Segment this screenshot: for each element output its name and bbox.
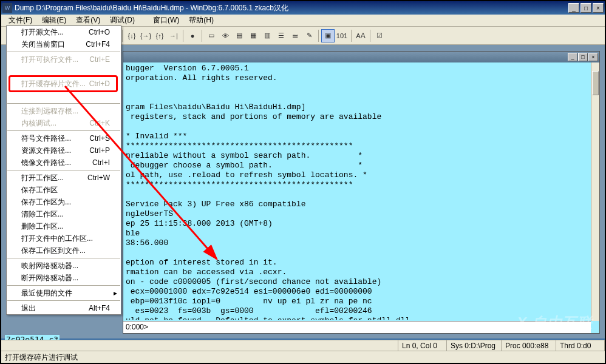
menu-item[interactable]: 清除工作区... [7,208,121,220]
tool-runto-icon[interactable]: →| [167,29,180,42]
window-title: Dump D:\Program Files\baidu\Baidu Hi\Bai… [15,3,568,13]
status-cell-ln: Ln 0, Col 0 [398,340,447,351]
app-icon: W [2,3,12,13]
command-prompt: 0:000> [126,323,148,331]
menu-bar: 文件(F) 编辑(E) 查看(V) 调试(D) 窗口(W) 帮助(H) [1,15,605,27]
file-menu-dropdown: 打开源文件...Ctrl+O关闭当前窗口Ctrl+F4打开可执行文件...Ctr… [6,25,121,315]
menu-item[interactable]: 镜像文件路径...Ctrl+I [7,157,121,169]
status-cell-proc: Proc 000:e88 [502,340,556,351]
menu-item[interactable]: 保存工作区为... [7,196,121,208]
status-cell-0 [1,340,398,351]
menu-view[interactable]: 查看(V) [71,14,105,27]
menu-item[interactable]: 断开网络驱动器... [7,272,121,284]
tool-stepover-icon[interactable]: {→} [139,29,152,42]
tool-scratch-icon[interactable]: ✎ [302,29,316,42]
tool-callstack-icon[interactable]: ☰ [274,29,288,42]
command-window: _ □ × bugger Version 6.7.0005.1 orporati… [123,51,600,334]
menu-item[interactable]: 映射网络驱动器... [7,260,121,272]
tool-locals-icon[interactable]: ▤ [233,29,246,42]
tool-options-icon[interactable]: ☑ [373,29,386,42]
menu-item[interactable]: 打开源文件...Ctrl+O [7,26,121,38]
maximize-button[interactable]: □ [580,3,591,13]
tool-stepout-icon[interactable]: {↑} [153,29,166,42]
menu-item: 连接到远程存根... [7,105,121,117]
menu-item[interactable]: 最近使用的文件▸ [7,287,121,299]
menu-item [7,90,121,102]
watermark: X 自由互联 [517,313,593,332]
tool-breakpoint-icon[interactable]: ● [186,29,199,42]
status-cell-sys: Sys 0:D:\Prog [447,340,502,351]
menu-item[interactable]: 保存工作区到文件... [7,244,121,257]
cmdwin-max-icon[interactable]: □ [578,53,588,61]
tool-font-icon[interactable]: AA [354,29,367,42]
scrollbar-thumb[interactable] [592,71,599,95]
menu-item[interactable]: 关闭当前窗口Ctrl+F4 [7,38,121,50]
menu-window[interactable]: 窗口(W) [148,14,184,27]
tool-memory-icon[interactable]: ▥ [260,29,274,42]
menu-item [7,66,121,78]
menu-item[interactable]: 打开工作区...Ctrl+W [7,172,121,184]
tool-watch-icon[interactable]: 👁 [219,29,232,42]
scrollbar-vertical[interactable] [591,62,599,321]
menu-item[interactable]: 退出Alt+F4 [7,302,121,314]
title-bar: W Dump D:\Program Files\baidu\Baidu Hi\B… [1,1,605,15]
status-cell-thrd: Thrd 0:d0 [556,340,605,351]
menu-file[interactable]: 文件(F) [4,14,37,27]
status-bar: Ln 0, Col 0 Sys 0:D:\Prog Proc 000:e88 T… [1,340,605,363]
tool-source-icon[interactable]: ▣ [321,29,335,42]
tool-disasm-icon[interactable]: ⩸ [288,29,302,42]
tool-binary-icon[interactable]: 101 [335,29,349,42]
menu-edit[interactable]: 编辑(E) [37,14,71,27]
menu-debug[interactable]: 调试(D) [105,14,140,27]
tool-stepinto-icon[interactable]: {↓} [125,29,138,42]
menu-item: 内核调试...Ctrl+K [7,117,121,129]
menu-item[interactable]: 资源文件路径...Ctrl+P [7,144,121,157]
menu-help[interactable]: 帮助(H) [184,14,219,27]
window-controls: _ □ × [568,3,604,13]
menu-item: 打开可执行文件...Ctrl+E [7,53,121,66]
menu-item[interactable]: 打开文件中的工作区... [7,232,121,244]
tool-registers-icon[interactable]: ▦ [247,29,260,42]
tool-command-icon[interactable]: ▭ [205,29,218,42]
command-output[interactable]: bugger Version 6.7.0005.1 orporation. Al… [123,62,591,320]
minimize-button[interactable]: _ [568,3,579,13]
menu-item[interactable]: 保存工作区 [7,184,121,196]
menu-item[interactable]: 符号文件路径...Ctrl+S [7,132,121,144]
menu-item[interactable]: 删除工作区... [7,220,121,232]
close-button[interactable]: × [593,3,604,13]
command-window-header: _ □ × [123,52,599,62]
status-hint: 打开缓存碎片进行调试 [1,351,605,363]
cmdwin-min-icon[interactable]: _ [568,53,577,61]
cmdwin-close-icon[interactable]: × [588,53,598,61]
menu-item: 打开缓存碎片文件...Ctrl+D [7,78,121,90]
